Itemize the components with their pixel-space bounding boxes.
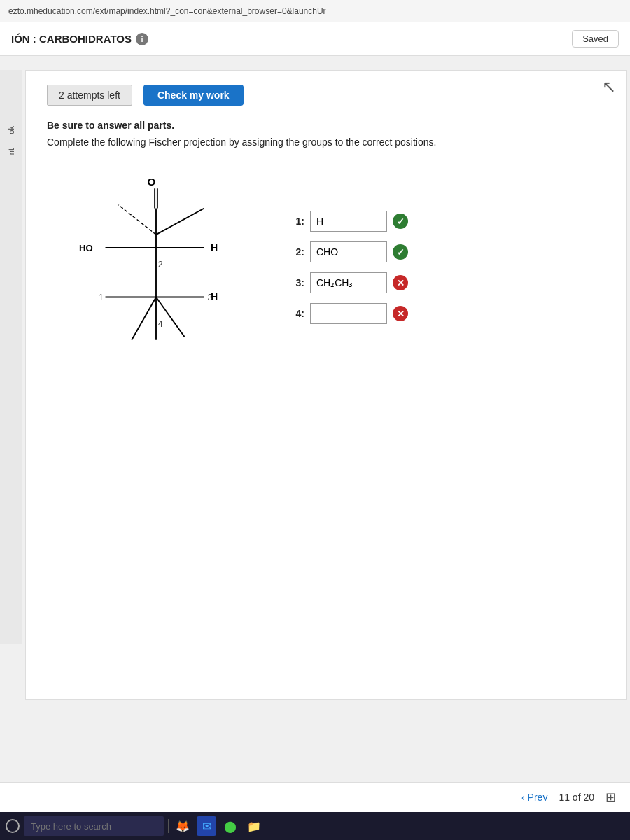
prev-link[interactable]: ‹ Prev — [522, 792, 547, 803]
url-text: ezto.mheducation.com/ext/map/index.html?… — [8, 6, 326, 16]
molecule-svg: O H HO — [47, 169, 243, 393]
svg-line-6 — [118, 205, 156, 234]
main-content: 2 attempts left Check my work Be sure to… — [25, 70, 627, 700]
grid-icon[interactable]: ⊞ — [606, 790, 616, 805]
page-info: 11 of 20 — [559, 792, 594, 803]
instruction-line1: Be sure to answer all parts. — [47, 120, 606, 131]
instruction-line2: Complete the following Fischer projectio… — [47, 136, 606, 148]
taskbar-start-button[interactable] — [6, 819, 20, 833]
svg-text:1: 1 — [99, 293, 104, 302]
svg-text:2: 2 — [158, 260, 163, 270]
answer-input-2[interactable] — [310, 241, 387, 262]
projection-area: O H HO — [47, 169, 606, 421]
status-x-3: ✕ — [393, 275, 408, 290]
title-text: IÓN : CARBOHIDRATOS — [11, 33, 132, 45]
answer-label-2: 2: — [285, 246, 304, 258]
url-bar: ezto.mheducation.com/ext/map/index.html?… — [0, 0, 630, 22]
taskbar-search-input[interactable] — [24, 816, 164, 836]
svg-text:3: 3 — [207, 293, 212, 302]
prev-chevron: ‹ — [522, 792, 525, 803]
svg-text:HO: HO — [79, 243, 93, 253]
page-title: IÓN : CARBOHIDRATOS i — [11, 33, 148, 46]
answer-row-3: 3: ✕ — [285, 272, 408, 293]
answer-input-1[interactable] — [310, 211, 387, 232]
status-check-1: ✓ — [393, 214, 408, 229]
taskbar-icon-firefox[interactable]: 🦊 — [173, 816, 192, 836]
top-header: IÓN : CARBOHIDRATOS i Saved — [0, 22, 630, 56]
main-content-wrapper: 2 attempts left Check my work Be sure to… — [22, 70, 630, 700]
answer-panel: 1: ✓ 2: ✓ 3: ✕ — [285, 211, 408, 324]
sidebar-label-nt: nt — [7, 148, 15, 155]
check-my-work-button[interactable]: Check my work — [144, 85, 244, 106]
svg-text:4: 4 — [158, 319, 163, 329]
sidebar-strip: ok nt — [0, 70, 22, 644]
answer-label-4: 4: — [285, 308, 304, 319]
answer-input-3[interactable] — [310, 272, 387, 293]
taskbar-icon-chrome[interactable]: ⬤ — [220, 816, 240, 836]
sidebar-label-ok: ok — [7, 126, 15, 134]
answer-row-4: 4: ✕ — [285, 303, 408, 324]
info-icon[interactable]: i — [136, 33, 148, 46]
answer-label-1: 1: — [285, 216, 304, 227]
cursor-icon: ↖ — [602, 77, 616, 97]
taskbar-icon-folder[interactable]: 📁 — [244, 816, 264, 836]
attempts-box: 2 attempts left — [47, 85, 132, 106]
attempts-row: 2 attempts left Check my work — [47, 85, 606, 106]
svg-text:H: H — [211, 242, 218, 253]
taskbar-icon-mail[interactable]: ✉ — [197, 816, 216, 836]
status-check-2: ✓ — [393, 244, 408, 260]
answer-row-2: 2: ✓ — [285, 241, 408, 262]
svg-line-5 — [156, 208, 204, 234]
molecule-container: O H HO — [47, 169, 243, 421]
bottom-nav-bar: ‹ Prev 11 of 20 ⊞ — [0, 782, 630, 812]
answer-label-3: 3: — [285, 277, 304, 288]
taskbar-divider-1 — [168, 819, 169, 833]
status-x-4: ✕ — [393, 306, 408, 321]
svg-line-16 — [156, 298, 184, 337]
answer-row-1: 1: ✓ — [285, 211, 408, 232]
answer-input-4[interactable] — [310, 303, 387, 324]
taskbar: 🦊 ✉ ⬤ 📁 — [0, 812, 630, 840]
saved-button[interactable]: Saved — [572, 30, 619, 48]
prev-label: Prev — [528, 792, 548, 803]
svg-line-15 — [132, 298, 156, 340]
svg-text:O: O — [148, 176, 156, 188]
